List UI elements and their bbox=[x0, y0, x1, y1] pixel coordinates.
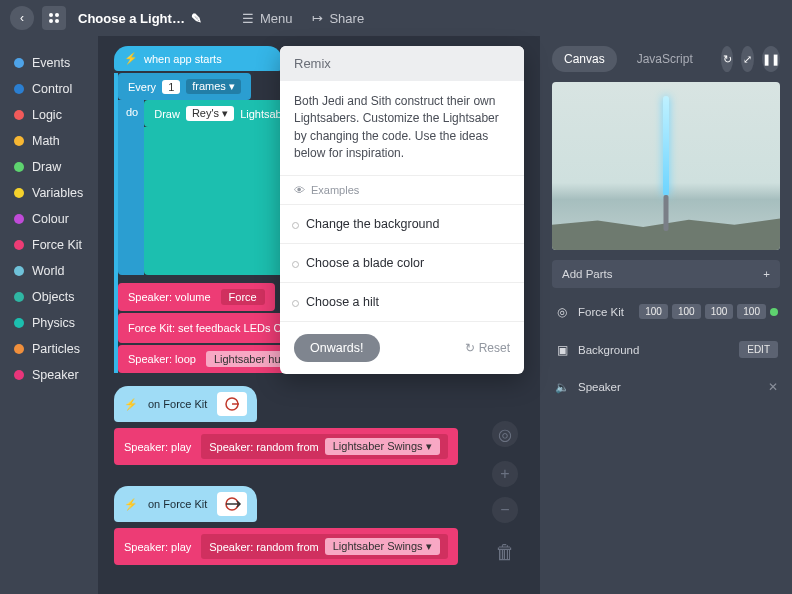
target-icon: ◎ bbox=[554, 305, 570, 319]
part-background[interactable]: ▣Background EDIT bbox=[552, 335, 780, 364]
menu-label: Menu bbox=[260, 11, 293, 26]
svg-point-1 bbox=[55, 13, 59, 17]
edit-background-button[interactable]: EDIT bbox=[739, 341, 778, 358]
block-speaker-volume[interactable]: Speaker: volume Force bbox=[118, 283, 275, 311]
block-when-app-starts[interactable]: ⚡when app starts bbox=[114, 46, 282, 71]
project-title-text: Choose a Light… bbox=[78, 11, 185, 26]
image-icon: ▣ bbox=[554, 343, 570, 357]
right-panel: Canvas JavaScript ↻ ⤢ ❚❚ Add Parts + ◎Fo… bbox=[540, 36, 792, 594]
remix-modal: Remix Both Jedi and Sith construct their… bbox=[280, 46, 524, 374]
modal-title: Remix bbox=[280, 46, 524, 81]
sidebar-item-label: Control bbox=[32, 82, 72, 96]
tab-canvas[interactable]: Canvas bbox=[552, 46, 617, 72]
block-speaker-play-1[interactable]: Speaker: play Speaker: random from Light… bbox=[114, 428, 458, 465]
sidebar-item-variables[interactable]: Variables bbox=[0, 180, 98, 206]
sidebar-item-colour[interactable]: Colour bbox=[0, 206, 98, 232]
reys-dropdown[interactable]: Rey's ▾ bbox=[186, 106, 234, 121]
block-speaker-play-2[interactable]: Speaker: play Speaker: random from Light… bbox=[114, 528, 458, 565]
lightsaber-hilt bbox=[664, 195, 669, 231]
modal-body-text: Both Jedi and Sith construct their own L… bbox=[280, 81, 524, 176]
modal-item[interactable]: Choose a hilt bbox=[280, 283, 524, 322]
sidebar-item-label: Events bbox=[32, 56, 70, 70]
val-3[interactable]: 100 bbox=[737, 304, 766, 319]
svg-point-3 bbox=[55, 19, 59, 23]
zoom-out-button[interactable]: − bbox=[492, 497, 518, 523]
part-force-kit[interactable]: ◎Force Kit 100 100 100 100 bbox=[552, 298, 780, 325]
canvas-preview[interactable] bbox=[552, 82, 780, 250]
share-button[interactable]: ↦ Share bbox=[312, 11, 364, 26]
swings-dropdown-2[interactable]: Lightsaber Swings ▾ bbox=[325, 538, 440, 555]
topbar: ‹ Choose a Light… ✎ ☰ Menu ↦ Share bbox=[0, 0, 792, 36]
category-dot bbox=[14, 110, 24, 120]
sidebar-item-label: Force Kit bbox=[32, 238, 82, 252]
block-every[interactable]: Every 1 frames ▾ bbox=[118, 73, 251, 100]
add-parts-button[interactable]: Add Parts + bbox=[552, 260, 780, 288]
category-dot bbox=[14, 214, 24, 224]
close-icon[interactable]: ✕ bbox=[768, 380, 778, 394]
category-dot bbox=[14, 266, 24, 276]
svg-point-2 bbox=[49, 19, 53, 23]
category-dot bbox=[14, 240, 24, 250]
category-dot bbox=[14, 188, 24, 198]
project-title[interactable]: Choose a Light… ✎ bbox=[78, 11, 202, 26]
sidebar-item-particles[interactable]: Particles bbox=[0, 336, 98, 362]
sidebar-item-physics[interactable]: Physics bbox=[0, 310, 98, 336]
sidebar-item-objects[interactable]: Objects bbox=[0, 284, 98, 310]
sidebar-item-label: Logic bbox=[32, 108, 62, 122]
plus-icon: + bbox=[763, 268, 770, 280]
sidebar-item-label: Physics bbox=[32, 316, 75, 330]
category-dot bbox=[14, 136, 24, 146]
back-button[interactable]: ‹ bbox=[10, 6, 34, 30]
sidebar-item-draw[interactable]: Draw bbox=[0, 154, 98, 180]
swings-dropdown[interactable]: Lightsaber Swings ▾ bbox=[325, 438, 440, 455]
tab-javascript[interactable]: JavaScript bbox=[625, 46, 705, 72]
svg-point-0 bbox=[49, 13, 53, 17]
recenter-button[interactable]: ◎ bbox=[492, 421, 518, 447]
speaker-icon: 🔈 bbox=[554, 380, 570, 394]
examples-header: 👁Examples bbox=[280, 176, 524, 205]
pause-button[interactable]: ❚❚ bbox=[762, 46, 780, 72]
gesture-icon[interactable] bbox=[217, 392, 247, 416]
modal-item[interactable]: Choose a blade color bbox=[280, 244, 524, 283]
sidebar-item-label: Math bbox=[32, 134, 60, 148]
every-value[interactable]: 1 bbox=[162, 80, 180, 94]
block-on-force-kit-1[interactable]: ⚡on Force Kit bbox=[114, 386, 257, 422]
gesture-icon[interactable] bbox=[217, 492, 247, 516]
sidebar-item-control[interactable]: Control bbox=[0, 76, 98, 102]
onwards-button[interactable]: Onwards! bbox=[294, 334, 380, 362]
reset-button[interactable]: ↻Reset bbox=[465, 341, 510, 355]
sidebar-item-events[interactable]: Events bbox=[0, 50, 98, 76]
menu-button[interactable]: ☰ Menu bbox=[242, 11, 293, 26]
eye-icon: 👁 bbox=[294, 184, 305, 196]
category-dot bbox=[14, 370, 24, 380]
val-2[interactable]: 100 bbox=[705, 304, 734, 319]
block-draw-lightsaber[interactable]: Draw Rey's ▾ Lightsaber bbox=[144, 100, 301, 127]
val-0[interactable]: 100 bbox=[639, 304, 668, 319]
fullscreen-button[interactable]: ⤢ bbox=[741, 46, 754, 72]
zoom-in-button[interactable]: + bbox=[492, 461, 518, 487]
trash-icon[interactable]: 🗑 bbox=[495, 541, 515, 564]
sidebar-item-speaker[interactable]: Speaker bbox=[0, 362, 98, 388]
sidebar-item-label: Particles bbox=[32, 342, 80, 356]
block-label: when app starts bbox=[144, 53, 222, 65]
force-chip[interactable]: Force bbox=[221, 289, 265, 305]
sidebar-item-label: Draw bbox=[32, 160, 61, 174]
app-icon[interactable] bbox=[42, 6, 66, 30]
val-1[interactable]: 100 bbox=[672, 304, 701, 319]
frames-dropdown[interactable]: frames ▾ bbox=[186, 79, 241, 94]
category-dot bbox=[14, 84, 24, 94]
category-dot bbox=[14, 162, 24, 172]
lightsaber-blade bbox=[663, 96, 669, 196]
sidebar-item-force-kit[interactable]: Force Kit bbox=[0, 232, 98, 258]
menu-icon: ☰ bbox=[242, 11, 254, 26]
block-on-force-kit-2[interactable]: ⚡on Force Kit bbox=[114, 486, 257, 522]
modal-item[interactable]: Change the background bbox=[280, 205, 524, 244]
sidebar-item-logic[interactable]: Logic bbox=[0, 102, 98, 128]
category-sidebar: EventsControlLogicMathDrawVariablesColou… bbox=[0, 36, 98, 594]
part-speaker[interactable]: 🔈Speaker ✕ bbox=[552, 374, 780, 400]
sidebar-item-label: Variables bbox=[32, 186, 83, 200]
sidebar-item-label: Speaker bbox=[32, 368, 79, 382]
sidebar-item-math[interactable]: Math bbox=[0, 128, 98, 154]
sidebar-item-world[interactable]: World bbox=[0, 258, 98, 284]
restart-button[interactable]: ↻ bbox=[721, 46, 734, 72]
